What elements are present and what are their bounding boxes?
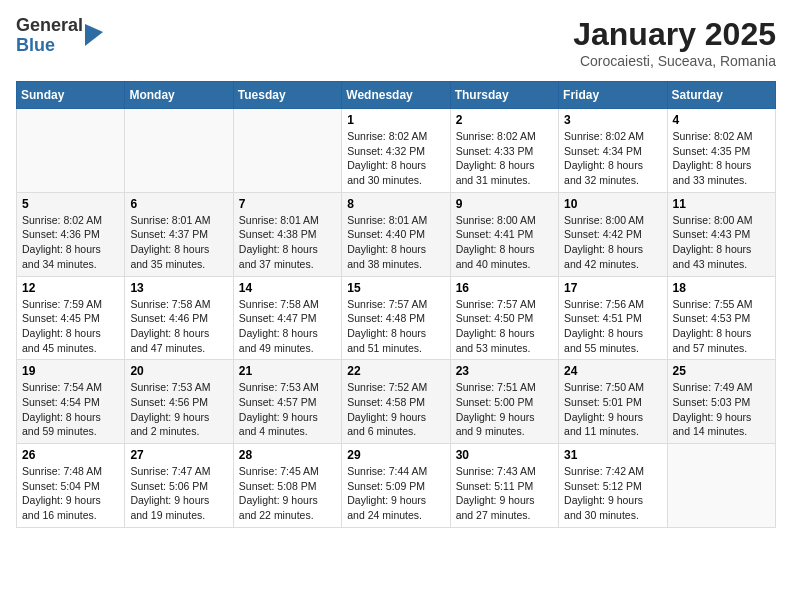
day-number: 25 (673, 364, 770, 378)
day-number: 26 (22, 448, 119, 462)
calendar-cell: 23Sunrise: 7:51 AM Sunset: 5:00 PM Dayli… (450, 360, 558, 444)
calendar-header-row: SundayMondayTuesdayWednesdayThursdayFrid… (17, 82, 776, 109)
day-number: 18 (673, 281, 770, 295)
calendar-cell (125, 109, 233, 193)
calendar-cell: 11Sunrise: 8:00 AM Sunset: 4:43 PM Dayli… (667, 192, 775, 276)
calendar-subtitle: Corocaiesti, Suceava, Romania (573, 53, 776, 69)
calendar-cell: 6Sunrise: 8:01 AM Sunset: 4:37 PM Daylig… (125, 192, 233, 276)
calendar-cell: 13Sunrise: 7:58 AM Sunset: 4:46 PM Dayli… (125, 276, 233, 360)
day-info: Sunrise: 7:53 AM Sunset: 4:56 PM Dayligh… (130, 380, 227, 439)
calendar-cell: 4Sunrise: 8:02 AM Sunset: 4:35 PM Daylig… (667, 109, 775, 193)
day-number: 27 (130, 448, 227, 462)
header-friday: Friday (559, 82, 667, 109)
header-tuesday: Tuesday (233, 82, 341, 109)
day-number: 11 (673, 197, 770, 211)
day-number: 10 (564, 197, 661, 211)
day-number: 1 (347, 113, 444, 127)
calendar-cell: 22Sunrise: 7:52 AM Sunset: 4:58 PM Dayli… (342, 360, 450, 444)
calendar-cell: 8Sunrise: 8:01 AM Sunset: 4:40 PM Daylig… (342, 192, 450, 276)
day-number: 7 (239, 197, 336, 211)
day-info: Sunrise: 7:47 AM Sunset: 5:06 PM Dayligh… (130, 464, 227, 523)
day-number: 31 (564, 448, 661, 462)
calendar-cell (17, 109, 125, 193)
day-info: Sunrise: 7:57 AM Sunset: 4:50 PM Dayligh… (456, 297, 553, 356)
day-number: 13 (130, 281, 227, 295)
calendar-cell: 24Sunrise: 7:50 AM Sunset: 5:01 PM Dayli… (559, 360, 667, 444)
day-number: 16 (456, 281, 553, 295)
calendar-cell: 21Sunrise: 7:53 AM Sunset: 4:57 PM Dayli… (233, 360, 341, 444)
title-block: January 2025 Corocaiesti, Suceava, Roman… (573, 16, 776, 69)
calendar-week-row: 26Sunrise: 7:48 AM Sunset: 5:04 PM Dayli… (17, 444, 776, 528)
calendar-week-row: 5Sunrise: 8:02 AM Sunset: 4:36 PM Daylig… (17, 192, 776, 276)
calendar-cell: 18Sunrise: 7:55 AM Sunset: 4:53 PM Dayli… (667, 276, 775, 360)
calendar-title: January 2025 (573, 16, 776, 53)
day-number: 14 (239, 281, 336, 295)
day-info: Sunrise: 7:55 AM Sunset: 4:53 PM Dayligh… (673, 297, 770, 356)
day-info: Sunrise: 8:02 AM Sunset: 4:36 PM Dayligh… (22, 213, 119, 272)
day-number: 23 (456, 364, 553, 378)
day-info: Sunrise: 7:54 AM Sunset: 4:54 PM Dayligh… (22, 380, 119, 439)
calendar-cell: 26Sunrise: 7:48 AM Sunset: 5:04 PM Dayli… (17, 444, 125, 528)
day-number: 4 (673, 113, 770, 127)
calendar-cell: 2Sunrise: 8:02 AM Sunset: 4:33 PM Daylig… (450, 109, 558, 193)
day-info: Sunrise: 8:02 AM Sunset: 4:32 PM Dayligh… (347, 129, 444, 188)
calendar-cell: 29Sunrise: 7:44 AM Sunset: 5:09 PM Dayli… (342, 444, 450, 528)
svg-marker-0 (85, 24, 103, 46)
day-info: Sunrise: 7:59 AM Sunset: 4:45 PM Dayligh… (22, 297, 119, 356)
day-number: 21 (239, 364, 336, 378)
day-info: Sunrise: 7:52 AM Sunset: 4:58 PM Dayligh… (347, 380, 444, 439)
calendar-cell: 12Sunrise: 7:59 AM Sunset: 4:45 PM Dayli… (17, 276, 125, 360)
day-number: 17 (564, 281, 661, 295)
day-number: 29 (347, 448, 444, 462)
calendar-cell: 17Sunrise: 7:56 AM Sunset: 4:51 PM Dayli… (559, 276, 667, 360)
day-number: 5 (22, 197, 119, 211)
page-header: General Blue January 2025 Corocaiesti, S… (16, 16, 776, 69)
day-number: 20 (130, 364, 227, 378)
logo-icon (85, 24, 103, 46)
header-sunday: Sunday (17, 82, 125, 109)
calendar-cell: 15Sunrise: 7:57 AM Sunset: 4:48 PM Dayli… (342, 276, 450, 360)
logo-text: General Blue (16, 16, 83, 56)
calendar-week-row: 19Sunrise: 7:54 AM Sunset: 4:54 PM Dayli… (17, 360, 776, 444)
calendar-cell: 19Sunrise: 7:54 AM Sunset: 4:54 PM Dayli… (17, 360, 125, 444)
logo-line2: Blue (16, 36, 83, 56)
day-info: Sunrise: 8:01 AM Sunset: 4:37 PM Dayligh… (130, 213, 227, 272)
day-info: Sunrise: 8:00 AM Sunset: 4:42 PM Dayligh… (564, 213, 661, 272)
day-info: Sunrise: 7:51 AM Sunset: 5:00 PM Dayligh… (456, 380, 553, 439)
calendar-cell: 20Sunrise: 7:53 AM Sunset: 4:56 PM Dayli… (125, 360, 233, 444)
calendar-cell: 31Sunrise: 7:42 AM Sunset: 5:12 PM Dayli… (559, 444, 667, 528)
header-wednesday: Wednesday (342, 82, 450, 109)
calendar-cell: 27Sunrise: 7:47 AM Sunset: 5:06 PM Dayli… (125, 444, 233, 528)
calendar-cell: 16Sunrise: 7:57 AM Sunset: 4:50 PM Dayli… (450, 276, 558, 360)
day-info: Sunrise: 7:53 AM Sunset: 4:57 PM Dayligh… (239, 380, 336, 439)
calendar-cell: 30Sunrise: 7:43 AM Sunset: 5:11 PM Dayli… (450, 444, 558, 528)
day-info: Sunrise: 7:42 AM Sunset: 5:12 PM Dayligh… (564, 464, 661, 523)
day-info: Sunrise: 7:57 AM Sunset: 4:48 PM Dayligh… (347, 297, 444, 356)
calendar-cell (233, 109, 341, 193)
day-info: Sunrise: 7:43 AM Sunset: 5:11 PM Dayligh… (456, 464, 553, 523)
calendar-cell: 7Sunrise: 8:01 AM Sunset: 4:38 PM Daylig… (233, 192, 341, 276)
calendar-cell: 3Sunrise: 8:02 AM Sunset: 4:34 PM Daylig… (559, 109, 667, 193)
day-number: 8 (347, 197, 444, 211)
calendar-week-row: 12Sunrise: 7:59 AM Sunset: 4:45 PM Dayli… (17, 276, 776, 360)
header-monday: Monday (125, 82, 233, 109)
day-info: Sunrise: 8:02 AM Sunset: 4:34 PM Dayligh… (564, 129, 661, 188)
day-info: Sunrise: 8:01 AM Sunset: 4:40 PM Dayligh… (347, 213, 444, 272)
day-info: Sunrise: 7:44 AM Sunset: 5:09 PM Dayligh… (347, 464, 444, 523)
day-info: Sunrise: 7:56 AM Sunset: 4:51 PM Dayligh… (564, 297, 661, 356)
calendar-cell: 10Sunrise: 8:00 AM Sunset: 4:42 PM Dayli… (559, 192, 667, 276)
day-info: Sunrise: 8:02 AM Sunset: 4:33 PM Dayligh… (456, 129, 553, 188)
calendar-table: SundayMondayTuesdayWednesdayThursdayFrid… (16, 81, 776, 528)
day-info: Sunrise: 7:45 AM Sunset: 5:08 PM Dayligh… (239, 464, 336, 523)
logo: General Blue (16, 16, 103, 56)
logo-line1: General (16, 16, 83, 36)
day-info: Sunrise: 8:00 AM Sunset: 4:41 PM Dayligh… (456, 213, 553, 272)
day-info: Sunrise: 7:48 AM Sunset: 5:04 PM Dayligh… (22, 464, 119, 523)
day-info: Sunrise: 7:49 AM Sunset: 5:03 PM Dayligh… (673, 380, 770, 439)
day-number: 9 (456, 197, 553, 211)
day-info: Sunrise: 7:58 AM Sunset: 4:46 PM Dayligh… (130, 297, 227, 356)
day-number: 2 (456, 113, 553, 127)
day-number: 15 (347, 281, 444, 295)
day-info: Sunrise: 7:50 AM Sunset: 5:01 PM Dayligh… (564, 380, 661, 439)
day-number: 6 (130, 197, 227, 211)
